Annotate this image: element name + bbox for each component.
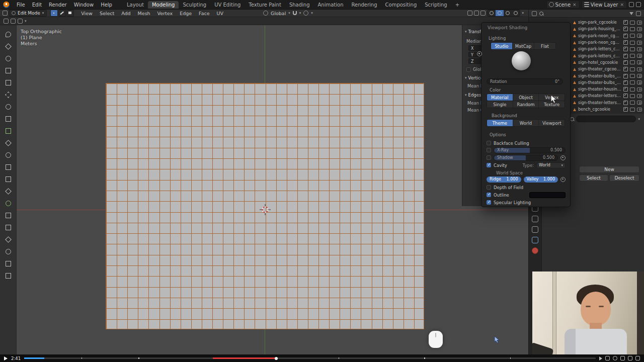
selectable-checkbox-icon[interactable] [623, 67, 628, 71]
proportional-editing-icon[interactable] [303, 11, 308, 16]
outline-checkbox[interactable] [487, 193, 491, 197]
render-visibility-icon[interactable] [637, 94, 642, 98]
selectable-checkbox-icon[interactable] [623, 74, 628, 78]
settings-icon[interactable] [613, 356, 617, 360]
selectable-checkbox-icon[interactable] [623, 107, 628, 112]
tool-button[interactable] [2, 234, 15, 245]
render-visibility-icon[interactable] [637, 47, 642, 51]
cavity-ridge-slider[interactable]: Ridge 1.000 [487, 176, 521, 183]
viewport-visibility-icon[interactable] [630, 80, 635, 84]
backface-culling-checkbox[interactable] [487, 141, 491, 145]
xray-slider[interactable]: X-Ray 0.500 [494, 147, 566, 153]
material-preview-button[interactable] [504, 10, 512, 16]
render-tab-icon[interactable] [532, 216, 538, 222]
selectable-checkbox-icon[interactable] [623, 40, 628, 45]
search-input[interactable] [576, 116, 636, 122]
selectable-checkbox-icon[interactable] [623, 87, 628, 92]
menubar-menu[interactable]: Render [45, 2, 70, 8]
scene-selector[interactable]: Scene × [546, 1, 580, 9]
chevron-down-icon[interactable]: ▾ [638, 117, 640, 121]
captions-icon[interactable] [605, 356, 610, 360]
theater-mode-icon[interactable] [628, 356, 632, 360]
tool-button[interactable] [2, 222, 15, 233]
vertex-select-button[interactable] [50, 10, 58, 17]
selectable-checkbox-icon[interactable] [623, 101, 628, 105]
viewport-visibility-icon[interactable] [630, 101, 635, 105]
viewport-visibility-icon[interactable] [630, 67, 635, 71]
color-object-button[interactable]: Object [513, 94, 539, 101]
studiolight-settings-gear-icon[interactable] [477, 51, 482, 56]
viewport-visibility-icon[interactable] [630, 27, 635, 31]
viewport-visibility-icon[interactable] [630, 34, 635, 38]
outline-color-swatch[interactable] [529, 192, 566, 198]
menubar-menu[interactable]: Window [70, 2, 97, 8]
workspace-tab[interactable]: Compositing [381, 1, 421, 9]
selectable-checkbox-icon[interactable] [623, 54, 628, 58]
selectable-checkbox-icon[interactable] [623, 34, 628, 38]
render-visibility-icon[interactable] [637, 67, 642, 71]
tool-button[interactable] [2, 89, 15, 100]
fullscreen-icon[interactable] [635, 356, 640, 360]
viewport-visibility-icon[interactable] [630, 41, 635, 45]
workspace-tab[interactable]: + [451, 1, 463, 9]
tool-option-icon[interactable] [4, 19, 9, 24]
miniplayer-icon[interactable] [620, 356, 625, 360]
toggle-xray-icon[interactable] [480, 11, 486, 16]
falloff-dropdown-chevron[interactable]: ▾ [311, 11, 313, 15]
solid-shading-button[interactable] [496, 10, 504, 16]
tool-button[interactable] [2, 246, 15, 257]
lighting-flat-button[interactable]: Flat [534, 43, 555, 49]
material-tab-icon[interactable] [532, 247, 538, 254]
tool-button[interactable] [2, 29, 15, 40]
snap-dropdown-chevron[interactable]: ▾ [299, 11, 301, 15]
viewport-menu[interactable]: Select [96, 10, 118, 17]
background-world-button[interactable]: World [513, 120, 539, 126]
tool-button[interactable] [2, 149, 15, 160]
viewport-menu[interactable]: Add [118, 10, 134, 17]
3d-viewport[interactable]: Top Orthographic (1) Plane Meters [0, 25, 528, 354]
window-icon[interactable] [629, 2, 634, 7]
workspace-tab[interactable]: Modeling [148, 1, 179, 9]
tool-button[interactable] [2, 258, 15, 269]
tool-button[interactable] [2, 161, 15, 172]
render-visibility-icon[interactable] [637, 87, 642, 92]
viewport-visibility-icon[interactable] [630, 94, 635, 98]
viewport-visibility-icon[interactable] [630, 21, 635, 25]
studiolight-rotation-slider[interactable]: Rotation 0° [487, 78, 563, 84]
new-button[interactable]: New [579, 166, 639, 173]
play-button[interactable] [4, 356, 8, 360]
render-visibility-icon[interactable] [637, 34, 642, 38]
xray-checkbox[interactable] [487, 148, 491, 152]
rendered-shading-button[interactable] [512, 10, 520, 16]
viewport-menu[interactable]: Face [195, 10, 213, 17]
color-random-button[interactable]: Random [513, 101, 539, 108]
selectable-checkbox-icon[interactable] [623, 94, 628, 98]
tool-button[interactable] [2, 210, 15, 221]
tool-button[interactable] [2, 101, 15, 112]
snap-magnet-icon[interactable] [293, 11, 297, 15]
color-single-button[interactable]: Single [487, 101, 513, 108]
edge-select-button[interactable] [58, 10, 66, 17]
workspace-tab[interactable]: Animation [314, 1, 348, 9]
tool-option-icon[interactable] [11, 19, 16, 24]
shading-dropdown-chevron[interactable]: ▾ [522, 11, 524, 15]
menubar-menu[interactable]: Edit [29, 2, 45, 8]
selectable-checkbox-icon[interactable] [623, 27, 628, 31]
selectable-checkbox-icon[interactable] [623, 80, 628, 85]
workspace-tab[interactable]: Scripting [421, 1, 451, 9]
show-gizmo-icon[interactable] [467, 11, 472, 16]
tool-button[interactable] [2, 137, 15, 148]
workspace-tab[interactable]: Shading [285, 1, 314, 9]
workspace-tab[interactable]: Texture Paint [245, 1, 285, 9]
viewport-visibility-icon[interactable] [630, 60, 635, 64]
workspace-tab[interactable]: Rendering [347, 1, 381, 9]
shadow-checkbox[interactable] [487, 155, 491, 160]
viewport-visibility-icon[interactable] [630, 47, 635, 51]
modifier-wrench-tab-icon[interactable] [532, 237, 538, 243]
render-visibility-icon[interactable] [637, 108, 642, 112]
video-progress-bar[interactable] [24, 357, 596, 359]
new-collection-icon[interactable] [636, 11, 641, 16]
cavity-settings-gear-icon[interactable] [560, 177, 566, 182]
view-layer-selector[interactable]: View Layer × [582, 1, 627, 9]
deselect-button[interactable]: Deselect [609, 174, 639, 182]
